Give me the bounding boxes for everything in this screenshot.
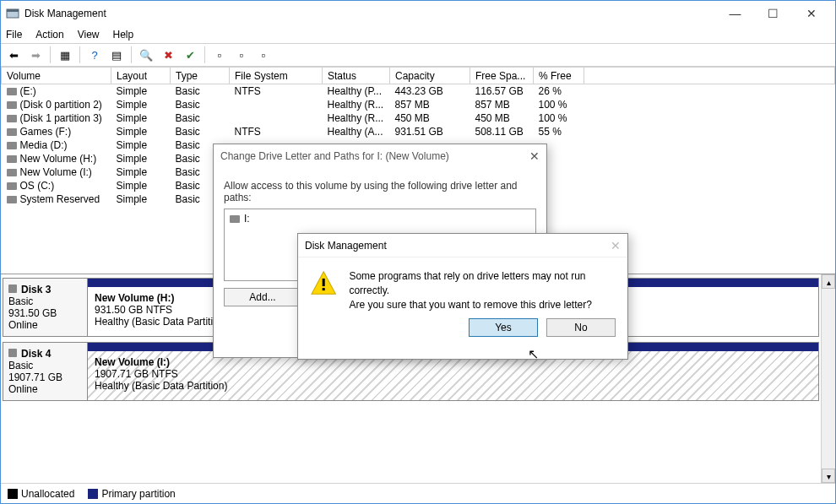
scroll-up-icon[interactable]: ▴ xyxy=(822,274,835,289)
window-title: Disk Management xyxy=(24,8,716,19)
properties-icon[interactable]: ▫ xyxy=(254,46,273,64)
menu-help[interactable]: Help xyxy=(113,29,134,41)
no-button[interactable]: No xyxy=(546,318,616,337)
volume-icon xyxy=(7,101,17,109)
disk-label[interactable]: Disk 3Basic931.50 GBOnline xyxy=(3,279,88,336)
menu-action[interactable]: Action xyxy=(35,29,63,41)
grid-icon[interactable]: ▦ xyxy=(56,46,74,64)
search-icon[interactable]: 🔍 xyxy=(137,46,155,64)
volume-icon xyxy=(7,182,17,190)
col-layout[interactable]: Layout xyxy=(111,68,171,84)
menu-view[interactable]: View xyxy=(78,29,100,41)
svg-rect-3 xyxy=(323,279,325,286)
legend-primary: Primary partition xyxy=(101,488,175,500)
col-capacity[interactable]: Capacity xyxy=(390,68,470,84)
menu-file[interactable]: File xyxy=(6,29,22,41)
swatch-primary xyxy=(88,489,98,499)
help-icon[interactable]: ? xyxy=(85,46,104,64)
yes-button[interactable]: Yes xyxy=(469,318,538,337)
confirm-dialog-title: Disk Management xyxy=(305,240,387,252)
dialog-instruction: Allow access to this volume by using the… xyxy=(224,180,536,203)
window-controls: — ☐ ✕ xyxy=(716,2,830,25)
col-status[interactable]: Status xyxy=(323,68,390,84)
maximize-button[interactable]: ☐ xyxy=(754,2,792,25)
toolbar: ⬅ ➡ ▦ ? ▤ 🔍 ✖ ✔ ▫ ▫ ▫ xyxy=(1,43,835,67)
new-partition-icon[interactable]: ▫ xyxy=(210,46,229,64)
volume-icon xyxy=(7,142,17,149)
col-free[interactable]: Free Spa... xyxy=(470,68,534,84)
volume-icon xyxy=(7,196,17,203)
list-icon[interactable]: ▤ xyxy=(107,46,126,64)
warning-icon xyxy=(310,269,337,298)
svg-rect-1 xyxy=(7,9,19,12)
menu-bar: File Action View Help xyxy=(1,26,835,43)
volume-icon xyxy=(7,88,17,95)
volume-icon xyxy=(7,115,17,122)
volume-icon xyxy=(7,169,17,176)
volume-row[interactable]: (E:)SimpleBasicNTFSHealthy (P...443.23 G… xyxy=(2,84,835,99)
back-icon[interactable]: ⬅ xyxy=(4,46,23,64)
format-icon[interactable]: ▫ xyxy=(232,46,251,64)
swatch-unallocated xyxy=(8,489,18,499)
app-icon xyxy=(6,7,19,20)
drive-entry[interactable]: I: xyxy=(230,213,250,225)
minimize-button[interactable]: — xyxy=(716,2,754,25)
dialog-title: Change Drive Letter and Paths for I: (Ne… xyxy=(220,150,449,162)
col-type[interactable]: Type xyxy=(171,68,230,84)
col-fs[interactable]: File System xyxy=(230,68,323,84)
check-icon[interactable]: ✔ xyxy=(181,46,199,64)
volume-icon xyxy=(7,128,17,136)
volume-row[interactable]: (Disk 1 partition 3)SimpleBasicHealthy (… xyxy=(2,111,835,125)
confirm-close-icon[interactable]: ✕ xyxy=(611,239,621,252)
forward-icon[interactable]: ➡ xyxy=(26,46,45,64)
legend: Unallocated Primary partition xyxy=(1,483,835,503)
scrollbar[interactable]: ▴ ▾ xyxy=(821,274,835,483)
confirm-message: Some programs that rely on drive letters… xyxy=(349,269,616,312)
volume-icon xyxy=(7,155,17,163)
legend-unallocated: Unallocated xyxy=(21,488,74,500)
dialog-close-icon[interactable]: ✕ xyxy=(529,149,540,163)
disk-label[interactable]: Disk 4Basic1907.71 GBOnline xyxy=(3,343,88,400)
col-volume[interactable]: Volume xyxy=(2,68,111,84)
volume-row[interactable]: (Disk 0 partition 2)SimpleBasicHealthy (… xyxy=(2,98,835,111)
col-pctfree[interactable]: % Free xyxy=(534,68,584,84)
scroll-down-icon[interactable]: ▾ xyxy=(822,469,835,483)
close-button[interactable]: ✕ xyxy=(792,2,830,25)
volume-row[interactable]: Games (F:)SimpleBasicNTFSHealthy (A...93… xyxy=(2,125,835,138)
svg-rect-4 xyxy=(323,288,325,290)
add-button[interactable]: Add... xyxy=(224,288,301,306)
confirm-remove-dialog: Disk Management ✕ Some programs that rel… xyxy=(297,233,628,360)
titlebar: Disk Management — ☐ ✕ xyxy=(1,1,835,26)
delete-icon[interactable]: ✖ xyxy=(159,46,177,64)
